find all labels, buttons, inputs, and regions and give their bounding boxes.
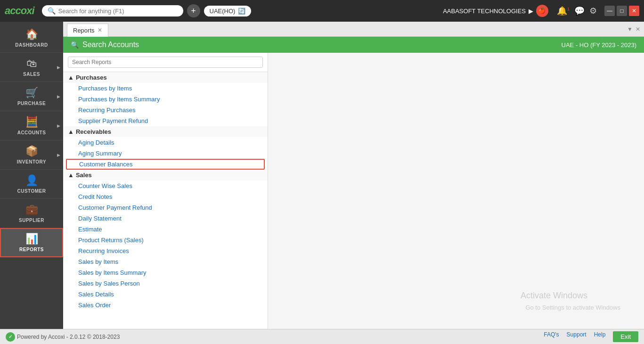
report-item-customer-payment-refund[interactable]: Customer Payment Refund xyxy=(63,202,268,213)
sidebar-item-purchase[interactable]: 🛒 PURCHASE ▶ xyxy=(0,82,63,111)
reports-main-content: Activate Windows Go to Settings to activ… xyxy=(268,53,644,329)
sales-arrow-icon: ▶ xyxy=(57,65,60,70)
accounts-icon: 🧮 xyxy=(25,116,38,128)
tab-bar: Reports ✕ ▼ ✕ xyxy=(63,22,644,37)
sidebar-item-supplier[interactable]: 💼 SUPPLIER xyxy=(0,199,63,228)
sidebar: 🏠 DASHBOARD 🛍 SALES ▶ 🛒 PURCHASE ▶ 🧮 ACC… xyxy=(0,22,63,329)
app-logo: accoxi xyxy=(5,5,34,17)
bottom-bar: ✓ Powered by Accoxi - 2.0.12 © 2018-2023… xyxy=(0,329,644,344)
activate-windows-sub-watermark: Go to Settings to activate Windows xyxy=(525,304,620,311)
customer-icon: 👤 xyxy=(25,174,38,187)
sidebar-item-customer[interactable]: 👤 CUSTOMER xyxy=(0,170,63,199)
search-accounts-icon: 🔍 xyxy=(71,41,79,49)
sales-collapse-icon: ▲ xyxy=(68,172,74,179)
report-item-sales-by-items-summary[interactable]: Sales by Items Summary xyxy=(63,267,268,278)
topbar: accoxi 🔍 + UAE(HO) 🔄 AABASOFT TECHNOLOGI… xyxy=(0,0,644,22)
company-selector[interactable]: UAE(HO) 🔄 xyxy=(204,6,252,16)
main-layout: 🏠 DASHBOARD 🛍 SALES ▶ 🛒 PURCHASE ▶ 🧮 ACC… xyxy=(0,22,644,329)
tab-bar-close-icon[interactable]: ✕ xyxy=(636,26,640,33)
report-item-purchases-by-items[interactable]: Purchases by Items xyxy=(63,83,268,94)
report-item-aging-summary[interactable]: Aging Summary xyxy=(63,148,268,159)
settings-icon[interactable]: ⚙ xyxy=(589,6,597,16)
report-item-credit-notes[interactable]: Credit Notes xyxy=(63,191,268,202)
report-item-supplier-payment-refund[interactable]: Supplier Payment Refund xyxy=(63,115,268,126)
category-receivables[interactable]: ▲ Receivables xyxy=(63,126,268,137)
support-link[interactable]: Support xyxy=(567,331,587,342)
company-full-name: AABASOFT TECHNOLOGIES xyxy=(443,8,526,15)
window-buttons: — □ ✕ xyxy=(604,6,639,16)
footer-links: FAQ's Support Help Exit xyxy=(544,331,638,342)
report-item-customer-balances[interactable]: Customer Balances xyxy=(66,159,265,170)
inventory-arrow-icon: ▶ xyxy=(57,153,60,157)
topbar-icons: 🔔1 💬 ⚙ xyxy=(557,6,597,16)
sidebar-item-dashboard[interactable]: 🏠 DASHBOARD xyxy=(0,24,63,53)
company-code: UAE(HO) xyxy=(210,8,236,15)
sidebar-item-inventory[interactable]: 📦 INVENTORY ▶ xyxy=(0,140,63,170)
messages-icon[interactable]: 💬 xyxy=(574,6,585,16)
customer-label: CUSTOMER xyxy=(17,188,46,194)
tab-bar-down-arrow[interactable]: ▼ xyxy=(627,26,633,33)
sidebar-item-reports[interactable]: 📊 REPORTS xyxy=(0,228,63,257)
inventory-icon: 📦 xyxy=(25,145,38,157)
activate-windows-watermark: Activate Windows xyxy=(521,291,587,301)
global-search-box[interactable]: 🔍 xyxy=(42,5,183,16)
close-button[interactable]: ✕ xyxy=(629,6,639,16)
tab-close-icon[interactable]: ✕ xyxy=(98,27,102,33)
report-item-sales-order[interactable]: Sales Order xyxy=(63,300,268,311)
report-item-sales-details[interactable]: Sales Details xyxy=(63,289,268,300)
category-purchases[interactable]: ▲ Purchases xyxy=(63,72,268,83)
powered-by-text: Powered by Accoxi - 2.0.12 © 2018-2023 xyxy=(17,334,120,340)
reports-search-input[interactable] xyxy=(68,57,263,68)
sidebar-item-accounts[interactable]: 🧮 ACCOUNTS ▶ xyxy=(0,111,63,140)
global-search-input[interactable] xyxy=(58,8,167,15)
report-item-product-returns-sales[interactable]: Product Returns (Sales) xyxy=(63,235,268,246)
help-link[interactable]: Help xyxy=(594,331,606,342)
category-purchases-label: Purchases xyxy=(76,74,107,81)
sidebar-item-sales[interactable]: 🛍 SALES ▶ xyxy=(0,53,63,82)
faq-link[interactable]: FAQ's xyxy=(544,331,559,342)
purchases-collapse-icon: ▲ xyxy=(68,74,74,81)
reports-sidebar: ▲ Purchases Purchases by Items Purchases… xyxy=(63,53,268,329)
add-button[interactable]: + xyxy=(187,4,200,17)
purchase-label: PURCHASE xyxy=(17,101,46,106)
search-icon: 🔍 xyxy=(48,7,56,15)
report-item-sales-by-sales-person[interactable]: Sales by Sales Person xyxy=(63,278,268,289)
tab-label: Reports xyxy=(73,27,95,34)
reports-search-box[interactable] xyxy=(63,53,268,72)
reports-label: REPORTS xyxy=(19,247,44,252)
notifications-icon[interactable]: 🔔1 xyxy=(557,6,570,16)
dashboard-icon: 🏠 xyxy=(25,28,38,41)
report-item-recurring-invoices[interactable]: Recurring Invoices xyxy=(63,246,268,256)
receivables-collapse-icon: ▲ xyxy=(68,128,74,135)
sales-icon: 🛍 xyxy=(26,57,37,70)
report-item-daily-statement[interactable]: Daily Statement xyxy=(63,213,268,224)
category-sales-label: Sales xyxy=(76,172,92,179)
reports-tab[interactable]: Reports ✕ xyxy=(67,24,108,37)
purchase-arrow-icon: ▶ xyxy=(57,94,60,99)
sales-label: SALES xyxy=(23,72,40,77)
search-accounts-label: Search Accounts xyxy=(82,41,139,49)
report-item-recurring-purchases[interactable]: Recurring Purchases xyxy=(63,105,268,115)
inventory-label: INVENTORY xyxy=(17,159,46,164)
purchase-icon: 🛒 xyxy=(25,87,38,99)
reports-green-header: 🔍 Search Accounts UAE - HO (FY 2023 - 20… xyxy=(63,37,644,53)
dropdown-arrow: ▶ xyxy=(529,8,533,15)
minimize-button[interactable]: — xyxy=(604,6,615,16)
report-item-sales-by-items[interactable]: Sales by Items xyxy=(63,256,268,267)
report-item-purchases-by-items-summary[interactable]: Purchases by Items Summary xyxy=(63,94,268,105)
reports-panel: ▲ Purchases Purchases by Items Purchases… xyxy=(63,53,644,329)
reports-icon: 📊 xyxy=(25,233,38,245)
report-item-counter-wise-sales[interactable]: Counter Wise Sales xyxy=(63,180,268,191)
refresh-icon: 🔄 xyxy=(238,8,245,15)
category-receivables-label: Receivables xyxy=(76,128,111,135)
supplier-icon: 💼 xyxy=(25,204,38,216)
exit-button[interactable]: Exit xyxy=(613,331,638,342)
report-item-estimate[interactable]: Estimate xyxy=(63,224,268,235)
supplier-label: SUPPLIER xyxy=(19,218,44,223)
powered-icon: ✓ xyxy=(6,332,15,342)
dashboard-label: DASHBOARD xyxy=(15,42,48,48)
company-name-header[interactable]: AABASOFT TECHNOLOGIES ▶ 🍎 xyxy=(443,5,548,17)
report-item-aging-details[interactable]: Aging Details xyxy=(63,137,268,148)
category-sales[interactable]: ▲ Sales xyxy=(63,170,268,180)
maximize-button[interactable]: □ xyxy=(617,6,627,16)
